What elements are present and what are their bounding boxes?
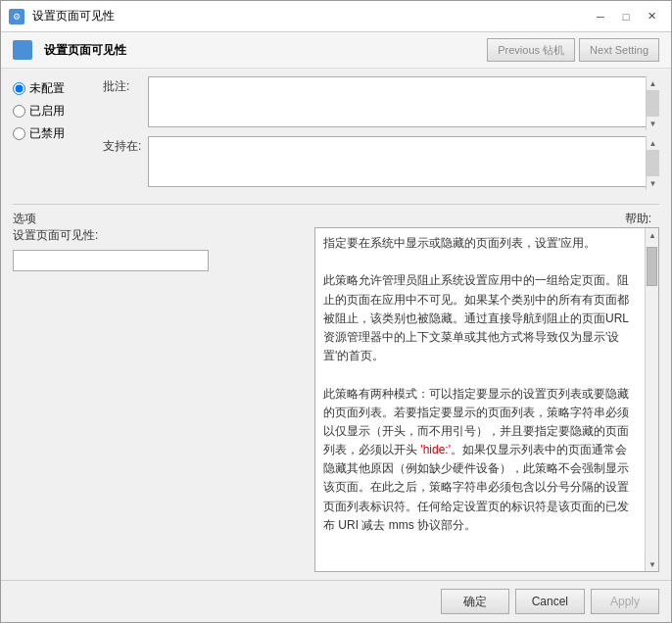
support-label: 支持在:	[103, 136, 142, 155]
radio-unconfigured[interactable]: 未配置	[13, 80, 91, 97]
comment-label: 批注:	[103, 76, 142, 95]
toolbar: 设置页面可见性 Previous 钻机 Next Setting	[1, 32, 671, 69]
minimize-button[interactable]: ─	[589, 6, 612, 27]
comment-textarea-wrap: ▲ ▼	[148, 76, 659, 130]
maximize-button[interactable]: □	[614, 6, 638, 27]
left-panel: 设置页面可见性:	[13, 227, 307, 572]
help-para-3: 此策略有两种模式：可以指定要显示的设置页列表或要隐藏的页面列表。若要指定要显示的…	[323, 385, 637, 536]
help-panel: 指定要在系统中显示或隐藏的页面列表，设置'应用。 此策略允许管理员阻止系统设置应…	[314, 227, 659, 572]
apply-button[interactable]: Apply	[591, 589, 659, 614]
help-scrollbar: ▲ ▼	[645, 228, 658, 571]
bottom-section: 设置页面可见性: 指定要在系统中显示或隐藏的页面列表，设置'应用。 此策略允许管…	[13, 227, 659, 572]
highlight-hide: 'hide:'	[420, 443, 451, 456]
help-para-2: 此策略允许管理员阻止系统设置应用中的一组给定页面。阻止的页面在应用中不可见。如果…	[323, 271, 637, 365]
top-section: 未配置 已启用 已禁用 批注: ▲	[13, 76, 659, 190]
comment-row: 批注: ▲ ▼	[103, 76, 659, 130]
title-bar-controls: ─ □ ✕	[589, 6, 663, 27]
prev-button[interactable]: Previous 钻机	[487, 38, 575, 62]
help-para-1: 指定要在系统中显示或隐藏的页面列表，设置'应用。	[323, 234, 637, 253]
help-label: 帮助:	[625, 211, 659, 227]
radio-enabled-label: 已启用	[29, 103, 65, 120]
comment-textarea[interactable]	[148, 76, 659, 127]
title-bar: ⚙ 设置页面可见性 ─ □ ✕	[1, 1, 671, 32]
toolbar-buttons: Previous 钻机 Next Setting	[487, 38, 659, 62]
radio-enabled[interactable]: 已启用	[13, 103, 91, 120]
help-scroll-up[interactable]: ▲	[646, 228, 659, 242]
ok-button[interactable]: 确定	[441, 589, 509, 614]
help-scroll-track	[646, 242, 658, 557]
toolbar-icon	[13, 40, 32, 60]
options-label: 选项	[13, 211, 36, 227]
divider	[13, 204, 659, 205]
main-content: 未配置 已启用 已禁用 批注: ▲	[1, 69, 671, 580]
comment-scroll-thumb	[647, 90, 659, 117]
radio-disabled-input[interactable]	[13, 127, 25, 140]
comment-scroll-down[interactable]: ▼	[647, 117, 660, 130]
title-bar-left: ⚙ 设置页面可见性	[9, 8, 115, 24]
radio-disabled-label: 已禁用	[29, 125, 65, 142]
comment-scrollbar: ▲ ▼	[646, 76, 659, 130]
comment-scroll-up[interactable]: ▲	[647, 76, 660, 90]
toolbar-title: 设置页面可见性	[44, 42, 475, 59]
radio-enabled-input[interactable]	[13, 105, 25, 118]
footer: 确定 Cancel Apply	[1, 580, 671, 622]
help-scroll-down[interactable]: ▼	[646, 557, 659, 571]
support-scroll-down[interactable]: ▼	[647, 176, 660, 190]
section-labels-row: 选项 帮助:	[13, 211, 659, 227]
window-title: 设置页面可见性	[32, 8, 115, 24]
support-row: 支持在: ▲ ▼	[103, 136, 659, 190]
help-scroll-thumb	[647, 247, 657, 286]
radio-group: 未配置 已启用 已禁用	[13, 76, 91, 190]
support-textarea[interactable]	[148, 136, 659, 187]
support-textarea-wrap: ▲ ▼	[148, 136, 659, 190]
support-scroll-up[interactable]: ▲	[647, 136, 660, 150]
help-text: 指定要在系统中显示或隐藏的页面列表，设置'应用。 此策略允许管理员阻止系统设置应…	[315, 228, 645, 571]
fields-section: 批注: ▲ ▼ 支持在: ▲	[103, 76, 659, 190]
radio-disabled[interactable]: 已禁用	[13, 125, 91, 142]
item-input-wrap	[13, 250, 307, 271]
window-icon: ⚙	[9, 9, 24, 24]
close-button[interactable]: ✕	[640, 6, 663, 27]
item-label: 设置页面可见性:	[13, 227, 307, 244]
support-scroll-thumb	[647, 150, 659, 176]
radio-unconfigured-input[interactable]	[13, 82, 25, 95]
main-window: ⚙ 设置页面可见性 ─ □ ✕ 设置页面可见性 Previous 钻机 Next…	[0, 0, 672, 623]
support-scrollbar: ▲ ▼	[646, 136, 659, 190]
next-button[interactable]: Next Setting	[579, 38, 659, 62]
cancel-button[interactable]: Cancel	[515, 589, 585, 614]
radio-unconfigured-label: 未配置	[29, 80, 65, 97]
item-input[interactable]	[13, 250, 209, 271]
